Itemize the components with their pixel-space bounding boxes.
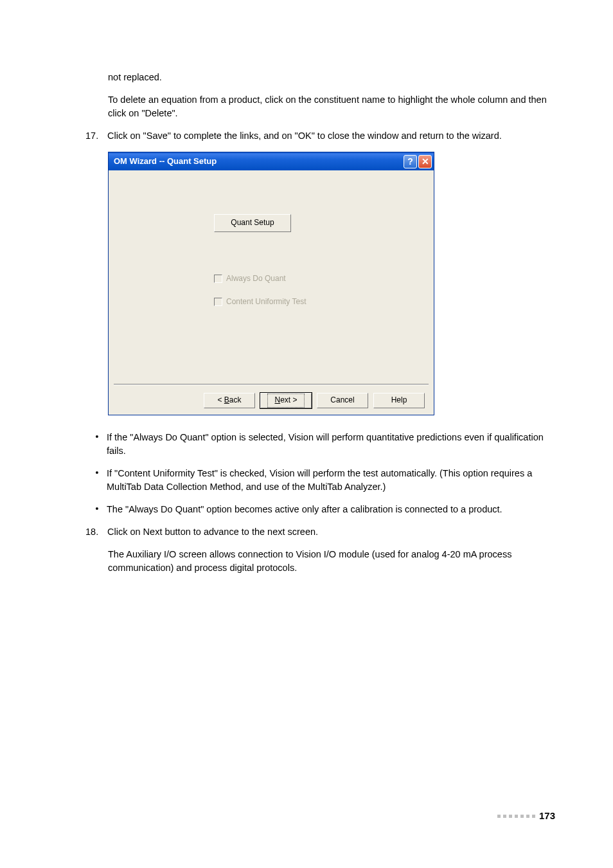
bullet-text: If "Content Uniformity Test" is checked,… — [107, 467, 555, 494]
dialog-divider — [114, 384, 429, 385]
bullet-icon: • — [87, 431, 107, 444]
back-button[interactable]: < Back — [204, 393, 255, 408]
bullet-icon: • — [87, 467, 107, 480]
step-17: 17. Click on "Save" to complete the link… — [85, 129, 555, 143]
step-text: Click on Next button to advance to the n… — [107, 525, 555, 539]
button-text: < Back — [217, 395, 241, 406]
page-number: 173 — [539, 809, 555, 823]
cancel-button[interactable]: Cancel — [317, 393, 368, 408]
checkbox-icon — [214, 298, 222, 306]
paragraph-delete-equation: To delete an equation from a product, cl… — [108, 93, 555, 120]
next-button[interactable]: Next > — [260, 393, 312, 408]
bullet-item: • The "Always Do Quant" option becomes a… — [87, 503, 555, 516]
dialog-button-row: < Back Next > Cancel Help — [204, 393, 425, 408]
step-text: Click on "Save" to complete the links, a… — [107, 129, 555, 143]
bullet-icon: • — [87, 503, 107, 516]
help-icon[interactable]: ? — [404, 155, 417, 168]
checkbox-label: Content Uniformity Test — [226, 296, 306, 307]
checkbox-icon — [214, 275, 222, 283]
dialog-body: Quant Setup Always Do Quant Content Unif… — [109, 170, 434, 415]
paragraph-aux-io: The Auxiliary I/O screen allows connecti… — [108, 548, 555, 575]
help-button[interactable]: Help — [373, 393, 425, 408]
bullet-item: • If "Content Uniformity Test" is checke… — [87, 467, 555, 494]
bullet-text: The "Always Do Quant" option becomes act… — [107, 503, 555, 516]
checkbox-content-uniformity: Content Uniformity Test — [214, 296, 306, 307]
bullet-item: • If the "Always Do Quant" option is sel… — [87, 431, 555, 458]
dialog-title: OM Wizard -- Quant Setup — [114, 156, 402, 168]
button-text: Next > — [267, 393, 304, 407]
checkbox-always-do-quant: Always Do Quant — [214, 273, 286, 284]
step-number: 17. — [85, 129, 107, 143]
paragraph-not-replaced: not replaced. — [108, 71, 555, 84]
close-icon[interactable]: ✕ — [418, 155, 432, 168]
step-number: 18. — [85, 525, 107, 539]
quant-setup-button[interactable]: Quant Setup — [214, 214, 291, 232]
dialog-om-wizard-quant-setup: OM Wizard -- Quant Setup ? ✕ Quant Setup… — [108, 152, 434, 415]
bullet-text: If the "Always Do Quant" option is selec… — [107, 431, 555, 458]
footer-dots-icon — [497, 815, 535, 818]
step-18: 18. Click on Next button to advance to t… — [85, 525, 555, 539]
page-footer: 173 — [497, 809, 555, 823]
dialog-titlebar: OM Wizard -- Quant Setup ? ✕ — [109, 152, 434, 170]
checkbox-label: Always Do Quant — [226, 273, 286, 284]
